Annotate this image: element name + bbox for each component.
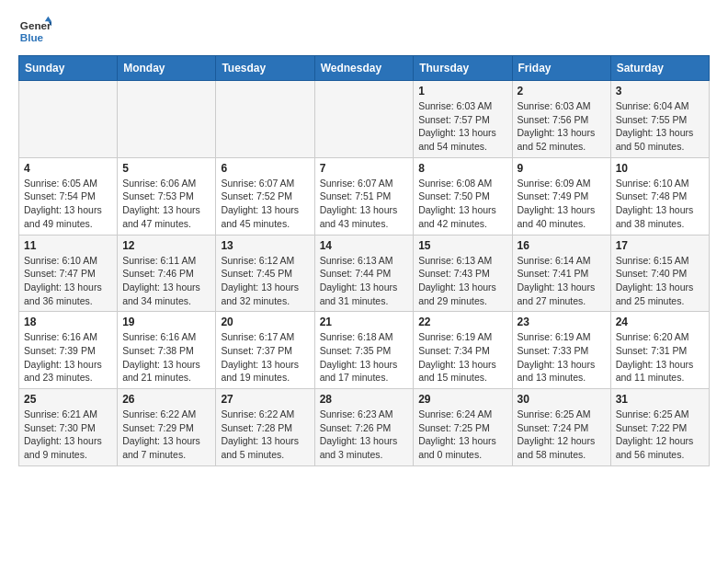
- day-info: Sunrise: 6:15 AM Sunset: 7:40 PM Dayligh…: [616, 254, 704, 308]
- day-number: 11: [24, 239, 112, 252]
- calendar-cell: 9Sunrise: 6:09 AM Sunset: 7:49 PM Daylig…: [512, 157, 610, 235]
- page-header: General Blue: [18, 15, 710, 48]
- calendar-cell: 31Sunrise: 6:25 AM Sunset: 7:22 PM Dayli…: [610, 389, 709, 466]
- calendar-cell: 7Sunrise: 6:07 AM Sunset: 7:51 PM Daylig…: [314, 157, 414, 235]
- day-info: Sunrise: 6:08 AM Sunset: 7:50 PM Dayligh…: [418, 177, 506, 231]
- calendar-cell: 21Sunrise: 6:18 AM Sunset: 7:35 PM Dayli…: [314, 312, 414, 389]
- day-number: 14: [320, 239, 409, 252]
- day-number: 26: [122, 393, 210, 406]
- day-info: Sunrise: 6:06 AM Sunset: 7:53 PM Dayligh…: [122, 177, 210, 231]
- day-number: 30: [518, 393, 606, 406]
- day-number: 27: [221, 393, 309, 406]
- logo: General Blue: [18, 15, 51, 48]
- day-info: Sunrise: 6:03 AM Sunset: 7:56 PM Dayligh…: [518, 99, 606, 154]
- day-number: 1: [418, 85, 506, 98]
- day-info: Sunrise: 6:14 AM Sunset: 7:41 PM Dayligh…: [518, 254, 606, 308]
- calendar-week-row: 25Sunrise: 6:21 AM Sunset: 7:30 PM Dayli…: [19, 389, 710, 466]
- calendar-cell: 18Sunrise: 6:16 AM Sunset: 7:39 PM Dayli…: [19, 312, 118, 389]
- day-info: Sunrise: 6:04 AM Sunset: 7:55 PM Dayligh…: [616, 99, 704, 154]
- day-number: 8: [418, 162, 506, 175]
- day-info: Sunrise: 6:03 AM Sunset: 7:57 PM Dayligh…: [418, 99, 506, 154]
- day-info: Sunrise: 6:12 AM Sunset: 7:45 PM Dayligh…: [221, 254, 309, 308]
- day-info: Sunrise: 6:22 AM Sunset: 7:28 PM Dayligh…: [221, 408, 309, 462]
- calendar-cell: 26Sunrise: 6:22 AM Sunset: 7:29 PM Dayli…: [118, 389, 216, 466]
- day-info: Sunrise: 6:05 AM Sunset: 7:54 PM Dayligh…: [24, 177, 112, 231]
- calendar-cell: 27Sunrise: 6:22 AM Sunset: 7:28 PM Dayli…: [216, 389, 314, 466]
- day-number: 3: [616, 85, 704, 98]
- column-header-tuesday: Tuesday: [216, 56, 314, 81]
- calendar-cell: 13Sunrise: 6:12 AM Sunset: 7:45 PM Dayli…: [216, 235, 314, 312]
- day-info: Sunrise: 6:18 AM Sunset: 7:35 PM Dayligh…: [320, 330, 409, 385]
- calendar-cell: [19, 81, 118, 158]
- calendar-cell: 11Sunrise: 6:10 AM Sunset: 7:47 PM Dayli…: [19, 235, 118, 312]
- day-info: Sunrise: 6:23 AM Sunset: 7:26 PM Dayligh…: [320, 408, 409, 462]
- calendar-cell: 14Sunrise: 6:13 AM Sunset: 7:44 PM Dayli…: [314, 235, 414, 312]
- day-info: Sunrise: 6:16 AM Sunset: 7:38 PM Dayligh…: [122, 330, 210, 385]
- day-number: 19: [122, 316, 210, 328]
- day-info: Sunrise: 6:07 AM Sunset: 7:52 PM Dayligh…: [221, 177, 309, 231]
- logo-icon: General Blue: [18, 15, 51, 48]
- calendar-cell: [118, 81, 216, 158]
- day-info: Sunrise: 6:25 AM Sunset: 7:22 PM Dayligh…: [616, 408, 704, 462]
- day-number: 24: [616, 316, 704, 328]
- day-number: 9: [518, 162, 606, 175]
- day-info: Sunrise: 6:09 AM Sunset: 7:49 PM Dayligh…: [518, 177, 606, 231]
- column-header-saturday: Saturday: [610, 56, 709, 81]
- calendar-cell: 28Sunrise: 6:23 AM Sunset: 7:26 PM Dayli…: [314, 389, 414, 466]
- calendar-cell: 16Sunrise: 6:14 AM Sunset: 7:41 PM Dayli…: [512, 235, 610, 312]
- calendar-week-row: 18Sunrise: 6:16 AM Sunset: 7:39 PM Dayli…: [19, 312, 710, 389]
- column-header-sunday: Sunday: [19, 56, 118, 81]
- calendar-cell: 22Sunrise: 6:19 AM Sunset: 7:34 PM Dayli…: [414, 312, 512, 389]
- calendar-cell: 4Sunrise: 6:05 AM Sunset: 7:54 PM Daylig…: [19, 157, 118, 235]
- day-info: Sunrise: 6:16 AM Sunset: 7:39 PM Dayligh…: [24, 330, 112, 385]
- day-info: Sunrise: 6:11 AM Sunset: 7:46 PM Dayligh…: [122, 254, 210, 308]
- day-number: 16: [518, 239, 606, 252]
- day-info: Sunrise: 6:07 AM Sunset: 7:51 PM Dayligh…: [320, 177, 409, 231]
- day-info: Sunrise: 6:21 AM Sunset: 7:30 PM Dayligh…: [24, 408, 112, 462]
- calendar-cell: [216, 81, 314, 158]
- column-header-monday: Monday: [118, 56, 216, 81]
- calendar-week-row: 4Sunrise: 6:05 AM Sunset: 7:54 PM Daylig…: [19, 157, 710, 235]
- day-number: 21: [320, 316, 409, 328]
- day-number: 18: [24, 316, 112, 328]
- calendar-cell: 3Sunrise: 6:04 AM Sunset: 7:55 PM Daylig…: [610, 81, 709, 158]
- day-number: 13: [221, 239, 309, 252]
- day-number: 17: [616, 239, 704, 252]
- day-info: Sunrise: 6:10 AM Sunset: 7:48 PM Dayligh…: [616, 177, 704, 231]
- calendar-cell: 8Sunrise: 6:08 AM Sunset: 7:50 PM Daylig…: [414, 157, 512, 235]
- svg-text:Blue: Blue: [20, 31, 44, 43]
- calendar-week-row: 11Sunrise: 6:10 AM Sunset: 7:47 PM Dayli…: [19, 235, 710, 312]
- day-info: Sunrise: 6:13 AM Sunset: 7:44 PM Dayligh…: [320, 254, 409, 308]
- day-info: Sunrise: 6:19 AM Sunset: 7:33 PM Dayligh…: [518, 330, 606, 385]
- calendar-cell: [314, 81, 414, 158]
- day-number: 25: [24, 393, 112, 406]
- day-number: 28: [320, 393, 409, 406]
- calendar-week-row: 1Sunrise: 6:03 AM Sunset: 7:57 PM Daylig…: [19, 81, 710, 158]
- calendar-cell: 23Sunrise: 6:19 AM Sunset: 7:33 PM Dayli…: [512, 312, 610, 389]
- day-number: 10: [616, 162, 704, 175]
- calendar-table: SundayMondayTuesdayWednesdayThursdayFrid…: [18, 55, 710, 466]
- calendar-cell: 12Sunrise: 6:11 AM Sunset: 7:46 PM Dayli…: [118, 235, 216, 312]
- calendar-cell: 2Sunrise: 6:03 AM Sunset: 7:56 PM Daylig…: [512, 81, 610, 158]
- day-number: 20: [221, 316, 309, 328]
- calendar-cell: 19Sunrise: 6:16 AM Sunset: 7:38 PM Dayli…: [118, 312, 216, 389]
- day-info: Sunrise: 6:10 AM Sunset: 7:47 PM Dayligh…: [24, 254, 112, 308]
- day-number: 31: [616, 393, 704, 406]
- day-number: 12: [122, 239, 210, 252]
- calendar-cell: 5Sunrise: 6:06 AM Sunset: 7:53 PM Daylig…: [118, 157, 216, 235]
- day-number: 15: [418, 239, 506, 252]
- day-info: Sunrise: 6:13 AM Sunset: 7:43 PM Dayligh…: [418, 254, 506, 308]
- calendar-cell: 29Sunrise: 6:24 AM Sunset: 7:25 PM Dayli…: [414, 389, 512, 466]
- day-info: Sunrise: 6:24 AM Sunset: 7:25 PM Dayligh…: [418, 408, 506, 462]
- calendar-cell: 1Sunrise: 6:03 AM Sunset: 7:57 PM Daylig…: [414, 81, 512, 158]
- day-number: 7: [320, 162, 409, 175]
- calendar-cell: 10Sunrise: 6:10 AM Sunset: 7:48 PM Dayli…: [610, 157, 709, 235]
- day-number: 4: [24, 162, 112, 175]
- day-info: Sunrise: 6:22 AM Sunset: 7:29 PM Dayligh…: [122, 408, 210, 462]
- day-info: Sunrise: 6:19 AM Sunset: 7:34 PM Dayligh…: [418, 330, 506, 385]
- day-number: 6: [221, 162, 309, 175]
- day-info: Sunrise: 6:25 AM Sunset: 7:24 PM Dayligh…: [518, 408, 606, 462]
- calendar-cell: 24Sunrise: 6:20 AM Sunset: 7:31 PM Dayli…: [610, 312, 709, 389]
- column-header-wednesday: Wednesday: [314, 56, 414, 81]
- day-number: 23: [518, 316, 606, 328]
